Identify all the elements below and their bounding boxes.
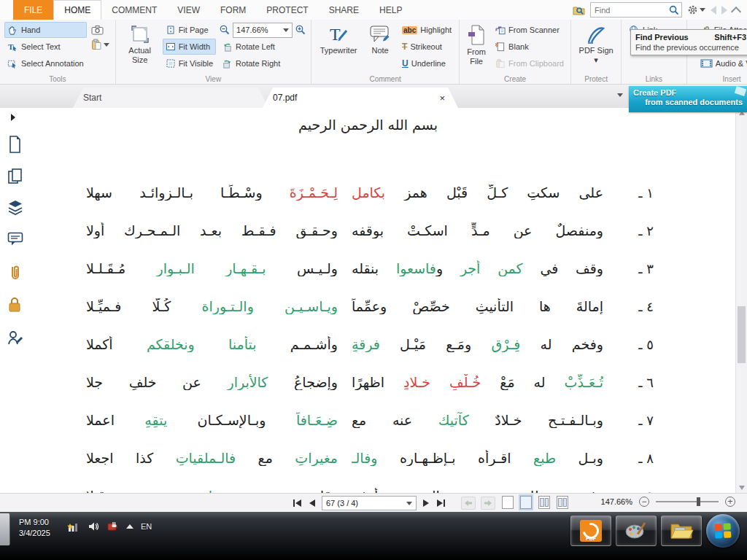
typewriter-button[interactable]: T Typewriter [316, 22, 361, 74]
fit-width-label: Fit Width [179, 42, 210, 51]
tab-start[interactable]: Start [73, 88, 268, 108]
find-in-document-icon[interactable] [573, 4, 585, 15]
taskbar-foxit-button[interactable]: PDF [570, 516, 611, 546]
actual-size-button[interactable]: Actual Size [120, 22, 160, 74]
audio-video-button[interactable]: Audio & Video [697, 55, 747, 71]
rotate-right-button[interactable]: Rotate Right [219, 55, 306, 71]
zoom-combobox[interactable]: 147.66% [233, 23, 293, 38]
strikeout-button[interactable]: T Strikeout [399, 39, 454, 55]
group-label-view: View [116, 75, 311, 83]
find-input[interactable] [593, 5, 669, 15]
continuous-view-button[interactable] [520, 496, 532, 509]
start-button[interactable] [706, 514, 740, 548]
zoom-out-button[interactable] [219, 24, 231, 36]
security-panel-icon[interactable] [7, 296, 22, 314]
single-page-view-button[interactable] [502, 496, 514, 509]
taskbar-paint-button[interactable] [616, 516, 657, 546]
rotate-left-button[interactable]: Rotate Left [219, 39, 306, 55]
zoom-in-button[interactable] [295, 24, 306, 36]
from-file-button[interactable]: From File [464, 22, 489, 74]
fit-page-icon [166, 25, 176, 35]
tab-list-dropdown-icon[interactable] [617, 93, 623, 97]
continuous-facing-view-button[interactable] [557, 496, 568, 509]
fit-width-button[interactable]: Fit Width [163, 39, 216, 55]
find-next-button[interactable] [721, 6, 727, 15]
zoom-in-icon [295, 24, 306, 36]
blank-button[interactable]: Blank [492, 39, 567, 55]
zoom-slider[interactable] [656, 501, 719, 502]
show-desktop-button[interactable] [0, 513, 10, 545]
show-hidden-icons-button[interactable] [126, 524, 133, 529]
underline-button[interactable]: U Underline [399, 55, 454, 71]
tab-view[interactable]: VIEW [167, 0, 210, 20]
zoom-slider-handle[interactable] [697, 497, 700, 506]
svg-text:T: T [8, 42, 14, 51]
previous-page-button[interactable] [308, 498, 317, 508]
hemistich-right: إمالةَ ها التأنيثِ خصِّصْ وعمِّماً [352, 298, 603, 314]
typewriter-label: Typewriter [320, 46, 357, 55]
highlight-button[interactable]: abc Highlight [399, 22, 454, 38]
digital-signatures-panel-icon[interactable] [7, 330, 23, 347]
first-page-button[interactable] [292, 498, 303, 508]
note-button[interactable]: Note [364, 22, 396, 74]
tab-share[interactable]: SHARE [319, 0, 369, 20]
layers-icon[interactable] [7, 200, 23, 216]
taskbar-explorer-button[interactable] [661, 516, 702, 546]
tab-form[interactable]: FORM [210, 0, 256, 20]
fit-visible-button[interactable]: Fit Visible [163, 55, 216, 71]
folder-icon [669, 521, 694, 541]
vertical-scrollbar[interactable] [735, 108, 747, 493]
snapshot-button[interactable] [90, 23, 111, 36]
pdf-sign-button[interactable]: PDF Sign ▾ [576, 22, 616, 74]
page-thumbnails-icon[interactable] [7, 136, 22, 153]
fit-page-button[interactable]: Fit Page [163, 22, 216, 38]
foxit-reader-window: FILE HOME COMMENT VIEW FORM PROTECT SHAR… [0, 0, 747, 560]
volume-icon[interactable] [88, 521, 99, 532]
language-indicator[interactable]: EN [141, 522, 152, 531]
previous-view-button[interactable] [461, 497, 476, 510]
comments-panel-icon[interactable] [7, 232, 23, 246]
from-clipboard-label: From Clipboard [508, 59, 564, 68]
select-annotation-button[interactable]: Select Annotation [4, 55, 87, 71]
zoom-out-button[interactable]: − [639, 497, 649, 507]
collapse-ribbon-icon[interactable] [731, 6, 741, 16]
verse-row: ٨ ـوبـل طبع اقـرأه بـإظـهـاره وفالـمغيرا… [86, 439, 654, 477]
page-number-combobox[interactable]: 67 (3 / 4) [322, 496, 417, 510]
taskbar-clock[interactable]: PM 9:00 3/4/2025 [19, 517, 50, 540]
from-scanner-button[interactable]: From Scanner [492, 22, 567, 38]
select-text-button[interactable]: T Select Text [4, 39, 87, 55]
next-view-button[interactable] [481, 497, 495, 510]
find-options-button[interactable] [687, 4, 705, 15]
rotate-right-icon [222, 58, 233, 69]
create-pdf-promo-banner[interactable]: Create PDF from scanned documents [629, 86, 747, 112]
tab-protect[interactable]: PROTECT [256, 0, 318, 20]
tab-home[interactable]: HOME [53, 0, 101, 20]
tab-document[interactable]: 07.pdf × [263, 88, 458, 108]
hand-tool-button[interactable]: Hand [4, 22, 87, 38]
network-icon[interactable] [67, 521, 80, 532]
zoom-in-button[interactable]: + [725, 497, 735, 507]
tab-help[interactable]: HELP [369, 0, 412, 20]
hemistich-left: وحـقـق فـقـط بعـد الـمـحـرك أولا [86, 222, 338, 238]
scrollbar-thumb[interactable] [738, 306, 746, 363]
typewriter-icon: T [328, 24, 349, 44]
next-page-button[interactable] [422, 498, 430, 508]
tab-file[interactable]: FILE [13, 0, 53, 20]
scroll-down-icon[interactable] [739, 486, 745, 490]
hemistich-right: تُـعَـذِّبْ له مَعْ خُـلْفِ خـلادٍ اظهرً… [352, 374, 603, 390]
close-tab-icon[interactable]: × [436, 93, 448, 104]
clipboard-button[interactable] [90, 37, 111, 52]
tab-comment[interactable]: COMMENT [101, 0, 167, 20]
battery-icon[interactable] [107, 521, 119, 532]
find-previous-button[interactable] [711, 6, 716, 15]
attachments-panel-icon[interactable] [7, 264, 22, 281]
pages-icon[interactable] [7, 168, 23, 185]
audio-video-icon [700, 58, 713, 69]
verse-row: ٦ ـتُـعَـذِّبْ له مَعْ خُـلْفِ خـلادٍ اظ… [86, 363, 654, 401]
fit-width-icon [166, 42, 176, 52]
search-icon[interactable] [669, 5, 679, 15]
verse-row: ٣ ـوقف في كمن أجرٍ وفاسعوا بنقلهولـيـس ب… [86, 249, 654, 287]
last-page-button[interactable] [436, 498, 446, 508]
from-clipboard-button[interactable]: From Clipboard [492, 55, 567, 71]
facing-view-button[interactable] [538, 496, 550, 509]
